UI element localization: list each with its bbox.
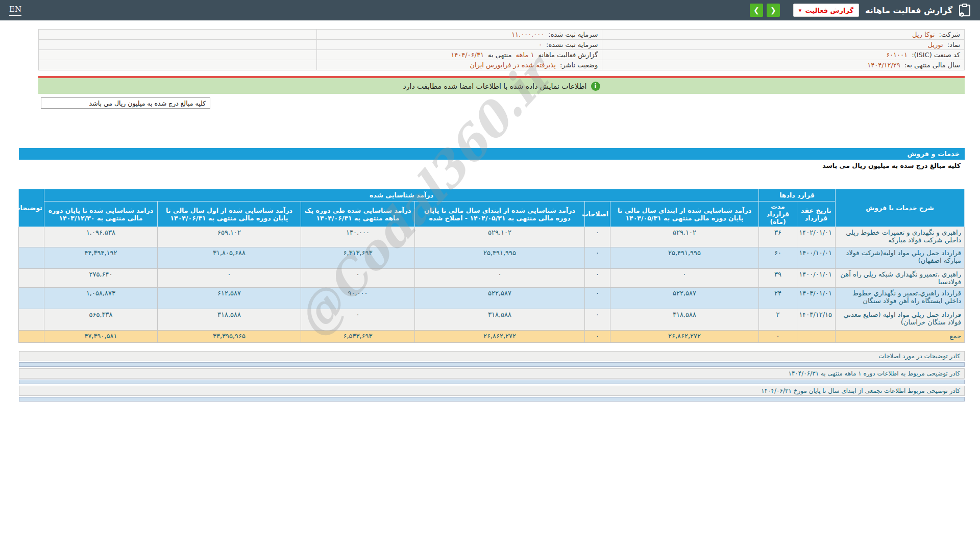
cell-rev-ytd: ۰ [158, 269, 301, 288]
cell-rev-month: ۶,۳۱۳,۶۹۳ [301, 247, 415, 269]
col-header-adjustments: اصلاحات [585, 202, 610, 227]
table-group-header-row: شرح خدمات یا فروش قرارد دادها درآمد شناس… [18, 189, 964, 202]
cell-rev-month: ۶,۵۳۳,۶۹۳ [301, 331, 415, 343]
cell-desc: راهبري ،تعمیرو نگهداري شبکه ريلي راه آهن… [836, 269, 965, 288]
cell-notes [18, 247, 44, 269]
cell-rev-0531-adj: ۳۱۸,۵۸۸ [415, 309, 585, 331]
cell-notes [18, 309, 44, 331]
cell-desc: قرارداد حمل ريلي مواد اولیه(شرکت فولاد م… [836, 247, 965, 269]
clipboard-icon [959, 4, 971, 17]
col-header-description: شرح خدمات یا فروش [836, 189, 965, 227]
cell-date: ۱۴۰۰/۱۰/۰۱ [797, 247, 836, 269]
cell-rev-0531: ۳۱۸,۵۸۸ [610, 309, 759, 331]
table-row: قرارداد حمل ريلي مواد اولیه(شرکت فولاد م… [18, 247, 964, 269]
symbol-value: توریل [928, 41, 943, 48]
info-row: کد صنعت (ISIC): ۶۰۱۰۰۱ گزارش فعالیت ماها… [39, 50, 965, 60]
cell-adj: ۰ [585, 247, 610, 269]
col-group-contracts: قرارد دادها [759, 189, 836, 202]
col-group-revenue: درآمد شناسایی شده [44, 189, 758, 202]
col-header-contract-date: تاریخ عقد قرارداد [797, 202, 836, 227]
cell-notes [18, 227, 44, 247]
cell-rev-0531: ۲۵,۴۹۱,۹۹۵ [610, 247, 759, 269]
unregistered-capital-label: سرمایه ثبت نشده: [546, 41, 598, 48]
table-total-row: جمع ۰ ۲۶,۸۶۲,۲۷۲ ۰ ۲۶,۸۶۲,۲۷۲ ۶,۵۳۳,۶۹۳ … [18, 331, 964, 343]
registered-capital-label: سرمایه ثبت شده: [548, 31, 598, 38]
note-block-cumulative-info: کادر توضیحی مربوط اطلاعات تجمعی از ابتدا… [19, 386, 965, 402]
table-row: راهبري و نگهداري و تعمیرات خطوط ريلي داخ… [18, 227, 964, 247]
signed-info-text: اطلاعات نمایش داده شده با اطلاعات امضا ش… [403, 82, 587, 90]
cell-adj: ۰ [585, 309, 610, 331]
next-report-button[interactable]: ❯ [750, 4, 763, 17]
note-label: کادر توضیحی مربوط به اطلاعات دوره ۱ ماهه… [19, 368, 965, 379]
report-period-length: ۱ ماهه [516, 51, 534, 59]
cell-rev-month: ۰ [301, 269, 415, 288]
cell-rev-ytd: ۶۱۲,۵۸۷ [158, 288, 301, 309]
col-header-rev-0531: درآمد شناسایی شده از ابتدای سال مالی تا … [610, 202, 759, 227]
info-row: سال مالی منتهی به: ۱۴۰۴/۱۲/۲۹ وضعیت ناشر… [39, 60, 965, 70]
table-row: راهبري ،تعمیرو نگهداري شبکه ريلي راه آهن… [18, 269, 964, 288]
cell-months: ۲۴ [759, 288, 797, 309]
cell-rev-ytd: ۳۱,۸۰۵,۶۸۸ [158, 247, 301, 269]
cell-months: ۳۹ [759, 269, 797, 288]
empty-cell [39, 50, 317, 60]
note-input-strip[interactable] [19, 362, 965, 367]
cell-date: ۱۴۰۲/۰۱/۰۱ [797, 227, 836, 247]
note-block-month-info: کادر توضیحی مربوط به اطلاعات دوره ۱ ماهه… [19, 368, 965, 384]
col-header-rev-prev-year: درامد شناسایی شده تا پایان دوره مالی منت… [44, 202, 157, 227]
signed-info-banner: i اطلاعات نمایش داده شده با اطلاعات امضا… [38, 78, 965, 94]
publisher-status-label: وضعیت ناشر: [560, 61, 598, 69]
empty-cell [39, 60, 317, 70]
company-info-table: شرکت: توکا ریل سرمایه ثبت شده: ۱۱,۰۰۰,۰۰… [38, 29, 965, 70]
report-nav-buttons: ❮ ❯ [750, 4, 780, 17]
cell-notes [18, 269, 44, 288]
publisher-status-cell: وضعیت ناشر: پذیرفته شده در فرابورس ایران [316, 60, 602, 70]
cell-adj: ۰ [585, 227, 610, 247]
note-input-strip[interactable] [19, 397, 965, 402]
language-toggle[interactable]: EN [9, 5, 21, 16]
registered-capital-cell: سرمایه ثبت شده: ۱۱,۰۰۰,۰۰۰ [316, 30, 602, 40]
report-type-label: گزارش فعالیت [805, 7, 853, 14]
note-label: کادر توضیحات در مورد اصلاحات [19, 351, 965, 361]
company-cell: شرکت: توکا ریل [602, 30, 965, 40]
col-header-rev-0531-adjusted: درآمد شناسایی شده از ابتدای سال مالی تا … [415, 202, 585, 227]
publisher-status-value: پذیرفته شده در فرابورس ایران [470, 61, 556, 69]
prev-report-button[interactable]: ❮ [767, 4, 780, 17]
cell-rev-prev: ۱,۰۵۸,۸۷۳ [44, 288, 157, 309]
isic-cell: کد صنعت (ISIC): ۶۰۱۰۰۱ [602, 50, 965, 60]
cell-date: ۱۴۰۰/۰۱/۰۱ [797, 269, 836, 288]
cell-desc: قرارداد حمل ريلي مواد اولیه (صنايع معدني… [836, 309, 965, 331]
cell-desc: راهبري و نگهداري و تعمیرات خطوط ريلي داخ… [836, 227, 965, 247]
empty-cell [39, 30, 317, 40]
cell-adj: ۰ [585, 269, 610, 288]
report-period-cell: گزارش فعالیت ماهانه ۱ ماهه منتهی به ۱۴۰۴… [316, 50, 602, 60]
col-header-notes: توضیحات [18, 189, 44, 227]
cell-rev-0531: ۰ [610, 269, 759, 288]
table-row: قرارداد راهبري،تعمیر و نگهداري خطوط داخل… [18, 288, 964, 309]
cell-rev-ytd: ۳۳,۳۹۵,۹۶۵ [158, 331, 301, 343]
fiscal-year-value: ۱۴۰۴/۱۲/۲۹ [867, 61, 900, 69]
company-label: شرکت: [939, 31, 960, 38]
table-sub-header-row: تاریخ عقد قرارداد مدت قرارداد (ماه) درآم… [18, 202, 964, 227]
registered-capital-value: ۱۱,۰۰۰,۰۰۰ [511, 31, 544, 38]
report-period-ending-date: ۱۴۰۴/۰۶/۳۱ [451, 51, 484, 59]
chevron-down-icon: ▾ [799, 7, 802, 14]
cell-months: ۲ [759, 309, 797, 331]
report-type-dropdown[interactable]: گزارش فعالیت ▾ [793, 4, 859, 17]
cell-rev-0531-adj: ۵۲۹,۱۰۲ [415, 227, 585, 247]
currency-unit-note: کلیه مبالغ درج شده به میلیون ریال می باش… [822, 162, 961, 169]
cell-date: ۱۴۰۳/۱۲/۱۵ [797, 309, 836, 331]
cell-rev-prev: ۵۶۵,۳۳۸ [44, 309, 157, 331]
note-input-strip[interactable] [19, 380, 965, 384]
cell-months: ۶۰ [759, 247, 797, 269]
company-value: توکا ریل [912, 31, 935, 38]
cell-rev-prev: ۴۴,۳۹۴,۱۹۲ [44, 247, 157, 269]
note-label: کادر توضیحی مربوط اطلاعات تجمعی از ابتدا… [19, 386, 965, 396]
symbol-label: نماد: [947, 41, 960, 48]
col-header-contract-months: مدت قرارداد (ماه) [759, 202, 797, 227]
info-row: نماد: توریل سرمایه ثبت نشده: ۰ [39, 40, 965, 50]
isic-label: کد صنعت (ISIC): [912, 51, 960, 59]
cell-desc: قرارداد راهبري،تعمیر و نگهداري خطوط داخل… [836, 288, 965, 309]
cell-rev-ytd: ۶۵۹,۱۰۲ [158, 227, 301, 247]
cell-rev-month: ۰ [301, 309, 415, 331]
cell-rev-prev: ۱,۰۹۶,۵۳۸ [44, 227, 157, 247]
